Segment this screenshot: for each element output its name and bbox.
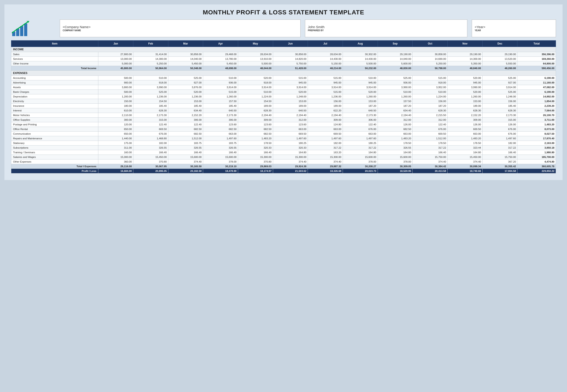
row-value: 15,450.00 xyxy=(133,155,168,159)
row-value: 30,355.42 xyxy=(482,164,517,169)
row-value: 183.75 xyxy=(168,141,203,145)
company-name-label: COMPANY NAME xyxy=(63,29,298,32)
row-value: 510.00 xyxy=(343,76,378,80)
row-value: 2,110.00 xyxy=(98,113,133,118)
company-name-box: <Company Name> COMPANY NAME xyxy=(60,19,301,37)
row-value: 187.20 xyxy=(413,104,448,108)
row-label: Interest xyxy=(11,108,98,113)
row-value: 13,000.00 xyxy=(98,57,133,61)
row-value: 182.00 xyxy=(308,141,343,145)
prepared-by-value: John Smith xyxy=(308,25,464,29)
row-value: 315.00 xyxy=(482,118,517,122)
row-value: 1,512.00 xyxy=(413,136,448,141)
row-value: 29,869.03 xyxy=(238,164,273,169)
row-value: 29,887.32 xyxy=(308,164,343,169)
row-value: 21,503.62 xyxy=(273,169,308,173)
row-value: 682.50 xyxy=(168,132,203,136)
row-value: 682.50 xyxy=(238,132,273,136)
row-value: 309.00 xyxy=(308,118,343,122)
row-value: 374.40 xyxy=(273,159,308,164)
row-value: 15,600.00 xyxy=(168,155,203,159)
row-value: 918.00 xyxy=(133,80,168,85)
col-header-apr: Apr xyxy=(203,41,238,47)
row-value: 640.50 xyxy=(203,108,238,113)
row-value: 14,040.00 xyxy=(378,57,413,61)
row-value: 18,740.66 xyxy=(448,169,483,173)
table-row: Insurance180.00185.40185.40185.40189.001… xyxy=(11,104,556,108)
row-value: 15,300.00 xyxy=(238,155,273,159)
row-value: 510.00 xyxy=(413,90,448,94)
row-value: 189.00 xyxy=(238,104,273,108)
row-value: 312.00 xyxy=(378,118,413,122)
row-value: 180.00 xyxy=(98,104,133,108)
row-value: 634.40 xyxy=(378,108,413,113)
row-value: 16,684.00 xyxy=(98,169,133,173)
row-value: 515.00 xyxy=(308,90,343,94)
row-value: 1,483.20 xyxy=(238,136,273,141)
row-value: 1,483.20 xyxy=(448,136,483,141)
row-value: 30,384.42 xyxy=(413,164,448,169)
row-value: 1,260.00 xyxy=(448,94,483,99)
row-value: 515.00 xyxy=(273,76,308,80)
row-value: 1,497.60 xyxy=(482,136,517,141)
row-value: 15,300.00 xyxy=(308,155,343,159)
row-value: 178.50 xyxy=(238,141,273,145)
row-value: 163.20 xyxy=(308,150,343,155)
table-row: Office Supplies300.00315.00306.00306.003… xyxy=(11,118,556,122)
row-label: Postage and Printing xyxy=(11,122,98,127)
row-value: 185.40 xyxy=(482,104,517,108)
table-row: Assets3,800.003,990.003,876.003,914.003,… xyxy=(11,85,556,90)
row-value: 166.40 xyxy=(133,150,168,155)
year-label: YEAR xyxy=(475,29,553,32)
row-value: 323.44 xyxy=(448,145,483,150)
table-row: Salaries and Wages15,000.0015,450.0015,6… xyxy=(11,155,556,159)
row-label: Other Expenses xyxy=(11,159,98,164)
row-value: 1,440.00 xyxy=(98,136,133,141)
col-header-dec: Dec xyxy=(482,41,517,47)
row-value: 166.40 xyxy=(482,150,517,155)
row-value: 317.22 xyxy=(343,145,378,150)
row-value: 15,300.00 xyxy=(273,155,308,159)
row-value: 5,250.00 xyxy=(413,61,448,66)
row-value: 5,500.00 xyxy=(238,61,273,66)
row-value: 166.40 xyxy=(238,150,273,155)
row-value: 326.55 xyxy=(133,145,168,150)
row-value: 510.00 xyxy=(378,90,413,94)
row-value: 178.50 xyxy=(413,141,448,145)
row-value: 356,396.00 xyxy=(517,52,556,57)
row-value: 7,564.00 xyxy=(517,108,556,113)
row-value: 315.00 xyxy=(133,118,168,122)
row-value: 3,800.00 xyxy=(98,85,133,90)
row-label: Office Supplies xyxy=(11,118,98,122)
row-value: 8,027.50 xyxy=(517,132,556,136)
row-value: 669.50 xyxy=(133,127,168,132)
row-value: 622.20 xyxy=(308,108,343,113)
company-name-value: <Company Name> xyxy=(63,25,298,29)
page-title: MONTHLY PROFIT & LOSS STATEMENT TEMPLATE xyxy=(11,9,556,16)
col-header-item: Item xyxy=(11,41,98,47)
row-value: 29,190.00 xyxy=(378,52,413,57)
row-value: 3,914.00 xyxy=(273,85,308,90)
row-value: 1,224.00 xyxy=(413,94,448,99)
row-value: 45,800.00 xyxy=(98,66,133,71)
row-value: 30,858.00 xyxy=(273,52,308,57)
col-header-may: May xyxy=(238,41,273,47)
row-value: 2,239.20 xyxy=(517,104,556,108)
row-value: 15,750.00 xyxy=(482,155,517,159)
row-value: 936.00 xyxy=(203,80,238,85)
row-value: 156.00 xyxy=(308,99,343,104)
col-header-nov: Nov xyxy=(448,41,483,47)
row-value: 164.80 xyxy=(343,150,378,155)
row-value: 175.00 xyxy=(98,141,133,145)
row-value: 30,858.00 xyxy=(168,52,203,57)
company-logo xyxy=(11,19,31,37)
row-value: 3,914.00 xyxy=(203,85,238,90)
row-value: 15,600.00 xyxy=(378,155,413,159)
row-value: 374.40 xyxy=(448,159,483,164)
row-value: 520.00 xyxy=(448,76,483,80)
row-value: 326.55 xyxy=(203,145,238,150)
row-value: 164.80 xyxy=(448,150,483,155)
row-value: 169,260.00 xyxy=(517,57,556,61)
row-value: 6,190.00 xyxy=(517,76,556,80)
row-value: 918.00 xyxy=(413,80,448,85)
